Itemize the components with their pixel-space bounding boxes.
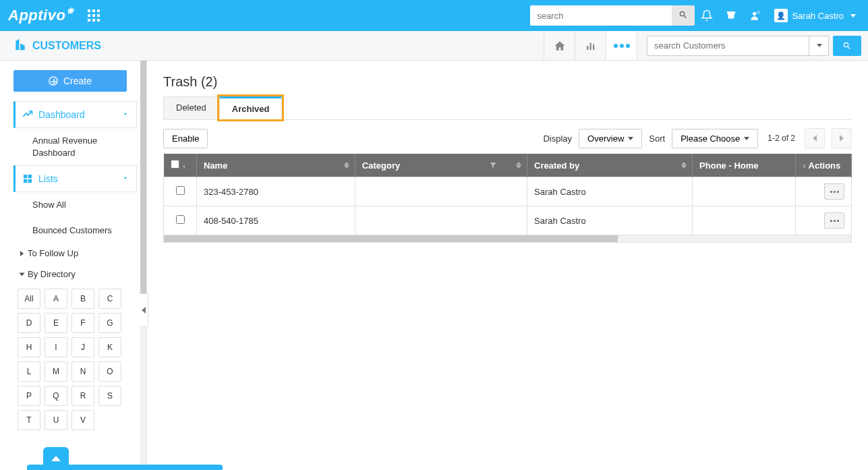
tab-more[interactable] bbox=[606, 31, 637, 60]
directory-letter-k[interactable]: K bbox=[98, 337, 121, 357]
tab-archived[interactable]: Archived bbox=[219, 96, 283, 119]
cell-name: 408-540-1785 bbox=[197, 206, 355, 235]
chevron-right-icon bbox=[20, 251, 24, 256]
pager-next[interactable] bbox=[832, 128, 852, 148]
global-search-button[interactable] bbox=[672, 5, 695, 26]
directory-letter-f[interactable]: F bbox=[71, 313, 94, 333]
global-search-input[interactable] bbox=[530, 5, 672, 26]
module-search-dropdown[interactable] bbox=[809, 36, 829, 56]
module-title[interactable]: CUSTOMERS bbox=[13, 38, 101, 54]
chevron-down-icon bbox=[121, 109, 129, 120]
directory-letter-c[interactable]: C bbox=[98, 289, 121, 309]
sidebar-item-show-all[interactable]: Show All bbox=[13, 192, 137, 218]
directory-letter-i[interactable]: I bbox=[45, 337, 67, 357]
leaf-icon: ❀ bbox=[67, 6, 74, 16]
select-all-checkbox[interactable] bbox=[171, 160, 179, 169]
cell-phone-home bbox=[693, 206, 796, 235]
chevron-down-icon bbox=[20, 272, 25, 276]
create-button[interactable]: Create bbox=[13, 70, 127, 92]
directory-letter-j[interactable]: J bbox=[71, 337, 94, 357]
workspace: Create Dashboard Annual Revenue Dashboar… bbox=[0, 61, 868, 470]
directory-grid: AllABCDEFGHIJKLMNOPQRSTUV bbox=[13, 285, 137, 430]
apps-grid-icon[interactable] bbox=[88, 9, 100, 22]
sidebar-item-follow-up[interactable]: To Follow Up bbox=[13, 243, 137, 264]
row-actions-button[interactable] bbox=[824, 212, 844, 229]
chevron-right-icon: › bbox=[803, 160, 805, 171]
toolbar: Enable Display Overview Sort Please Choo… bbox=[163, 128, 852, 148]
caret-down-icon bbox=[744, 137, 749, 140]
user-name: Sarah Castro bbox=[792, 11, 844, 21]
directory-letter-s[interactable]: S bbox=[98, 386, 121, 406]
directory-letter-u[interactable]: U bbox=[45, 410, 67, 430]
tab-home[interactable] bbox=[544, 31, 575, 60]
row-checkbox[interactable] bbox=[176, 215, 185, 224]
store-icon[interactable] bbox=[719, 0, 743, 31]
directory-letter-all[interactable]: All bbox=[18, 289, 40, 309]
directory-letter-p[interactable]: P bbox=[18, 386, 40, 406]
display-select[interactable]: Overview bbox=[579, 129, 642, 148]
sidebar-section-dashboard[interactable]: Dashboard bbox=[13, 101, 137, 128]
module-search-button[interactable] bbox=[833, 36, 861, 56]
col-check[interactable]: ‹ bbox=[164, 154, 197, 177]
pager-info: 1-2 of 2 bbox=[768, 134, 795, 143]
sidebar-item-by-directory[interactable]: By Directory bbox=[13, 264, 137, 285]
sort-select[interactable]: Please Choose bbox=[672, 129, 758, 148]
filter-icon[interactable] bbox=[489, 161, 497, 169]
pager-prev[interactable] bbox=[805, 128, 825, 148]
bottom-highlight-bar bbox=[27, 465, 223, 470]
sidebar-item-bounced[interactable]: Bounced Customers bbox=[13, 218, 137, 243]
avatar-icon: 👤 bbox=[774, 9, 788, 22]
directory-letter-v[interactable]: V bbox=[71, 410, 94, 430]
svg-point-0 bbox=[753, 12, 756, 16]
cell-name: 323-453-2780 bbox=[197, 177, 355, 206]
module-search-input[interactable] bbox=[647, 36, 829, 56]
tab-analytics[interactable] bbox=[575, 31, 606, 60]
directory-letter-o[interactable]: O bbox=[98, 361, 121, 382]
user-plus-icon[interactable] bbox=[743, 0, 768, 31]
table-row: 408-540-1785Sarah Castro bbox=[164, 206, 852, 235]
directory-letter-m[interactable]: M bbox=[45, 361, 67, 382]
chevron-left-icon: ‹ bbox=[183, 162, 185, 170]
directory-letter-a[interactable]: A bbox=[45, 289, 67, 309]
tab-deleted[interactable]: Deleted bbox=[163, 96, 219, 119]
directory-letter-t[interactable]: T bbox=[18, 410, 40, 430]
directory-letter-q[interactable]: Q bbox=[45, 386, 67, 406]
sidebar-collapse-handle[interactable] bbox=[139, 293, 148, 327]
row-checkbox[interactable] bbox=[176, 186, 185, 195]
col-name[interactable]: Name bbox=[197, 154, 355, 177]
col-created-by[interactable]: Created by bbox=[527, 154, 693, 177]
col-category[interactable]: Category bbox=[355, 154, 527, 177]
directory-letter-b[interactable]: B bbox=[71, 289, 94, 309]
directory-letter-r[interactable]: R bbox=[71, 386, 94, 406]
cell-created-by: Sarah Castro bbox=[527, 177, 693, 206]
directory-letter-l[interactable]: L bbox=[18, 361, 40, 382]
table-hscrollbar[interactable] bbox=[163, 235, 852, 243]
building-icon bbox=[13, 38, 27, 54]
data-table: ‹ Name Category Created by bbox=[163, 154, 852, 235]
row-actions-button[interactable] bbox=[824, 183, 844, 200]
sort-label: Sort bbox=[649, 134, 665, 144]
directory-letter-e[interactable]: E bbox=[45, 313, 67, 333]
directory-letter-g[interactable]: G bbox=[98, 313, 121, 333]
caret-down-icon bbox=[850, 14, 856, 18]
sidebar-item-annual-revenue[interactable]: Annual Revenue Dashboard bbox=[13, 128, 137, 165]
enable-button[interactable]: Enable bbox=[163, 129, 208, 148]
bell-icon[interactable] bbox=[695, 0, 719, 31]
user-menu[interactable]: 👤 Sarah Castro bbox=[768, 9, 860, 22]
cell-category bbox=[355, 177, 527, 206]
col-phone-home[interactable]: Phone - Home bbox=[693, 154, 796, 177]
cell-created-by: Sarah Castro bbox=[527, 206, 693, 235]
content-tabs: Deleted Archived bbox=[163, 96, 852, 120]
directory-letter-h[interactable]: H bbox=[18, 337, 40, 357]
table-row: 323-453-2780Sarah Castro bbox=[164, 177, 852, 206]
sidebar-section-lists[interactable]: Lists bbox=[13, 165, 137, 192]
directory-letter-d[interactable]: D bbox=[18, 313, 40, 333]
module-tabs bbox=[544, 31, 637, 60]
trend-icon bbox=[22, 109, 33, 120]
sidebar-scrollbar[interactable] bbox=[140, 61, 146, 470]
brand-logo[interactable]: Apptivo❀ bbox=[8, 7, 74, 24]
global-search bbox=[530, 5, 695, 26]
more-dots-icon bbox=[614, 44, 630, 48]
chevron-down-icon bbox=[121, 173, 129, 184]
directory-letter-n[interactable]: N bbox=[71, 361, 94, 382]
